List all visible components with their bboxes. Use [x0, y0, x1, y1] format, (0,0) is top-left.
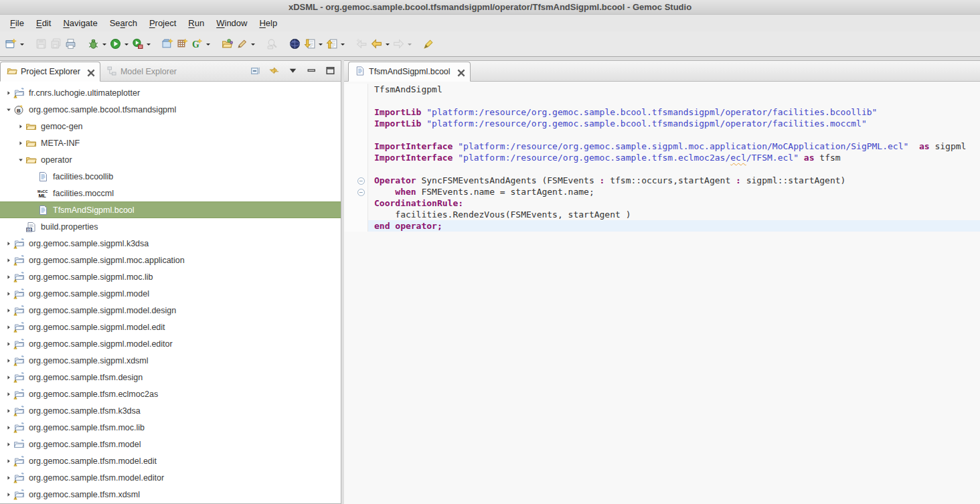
caret-right-icon[interactable] [4, 439, 13, 450]
caret-right-icon[interactable] [4, 322, 13, 333]
web-browser-button[interactable] [287, 35, 302, 53]
tree-item-org-gemoc-sample-sigpml-k3dsa[interactable]: org.gemoc.sample.sigpml.k3dsa [0, 235, 341, 252]
previous-annotation-button[interactable] [324, 35, 339, 53]
tree-item-org-gemoc-sample-sigpml-moc-application[interactable]: org.gemoc.sample.sigpml.moc.application [0, 252, 341, 268]
annotation-ruler-cell [344, 106, 355, 118]
tree-item-org-gemoc-sample-tfsm-model[interactable]: org.gemoc.sample.tfsm.model [0, 436, 341, 452]
tree-item-tfsmandsigpml-bcool[interactable]: TfsmAndSigpml.bcool [0, 201, 341, 218]
save-button[interactable] [33, 35, 48, 53]
caret-right-icon[interactable] [16, 121, 25, 132]
menu-item-help[interactable]: Help [253, 16, 283, 30]
tree-item-org-gemoc-sample-tfsm-k3dsa[interactable]: org.gemoc.sample.tfsm.k3dsa [0, 402, 341, 419]
save-all-button[interactable] [48, 35, 63, 53]
fold-collapse-icon[interactable]: − [357, 177, 365, 185]
back-button-dropdown[interactable] [384, 35, 391, 53]
new-diagram-button[interactable] [175, 35, 189, 53]
tree-item-gemoc-gen[interactable]: gemoc-gen [0, 118, 341, 135]
tree-item-org-gemoc-sample-tfsm-xdsml[interactable]: org.gemoc.sample.tfsm.xdsml [0, 486, 341, 503]
tree-item-org-gemoc-sample-sigpml-model-editor[interactable]: org.gemoc.sample.sigpml.model.editor [0, 335, 341, 352]
open-element-button[interactable] [220, 35, 234, 53]
tree-item-org-gemoc-sample-sigpml-xdsml[interactable]: org.gemoc.sample.sigpml.xdsml [0, 352, 341, 369]
menu-item-window[interactable]: Window [210, 16, 253, 30]
tree-item-label: org.gemoc.sample.sigpml.model.editor [29, 339, 173, 349]
link-with-editor-button[interactable] [268, 65, 280, 76]
tree-item-org-gemoc-sample-tfsm-moc-lib[interactable]: org.gemoc.sample.tfsm.moc.lib [0, 419, 341, 436]
collapse-all-button[interactable] [250, 65, 261, 76]
run-external-tools-button[interactable] [130, 35, 145, 53]
menu-item-run[interactable]: Run [182, 16, 210, 30]
tree-item-org-gemoc-sample-sigpml-model-design[interactable]: org.gemoc.sample.sigpml.model.design [0, 302, 341, 319]
maximize-button[interactable] [325, 65, 336, 76]
caret-right-icon[interactable] [4, 389, 13, 400]
print-button[interactable] [63, 35, 78, 53]
caret-right-icon[interactable] [4, 372, 13, 383]
previous-annotation-button-dropdown[interactable] [339, 35, 346, 53]
tree-item-fr-cnrs-luchogie-ultimateplotter[interactable]: fr.cnrs.luchogie.ultimateplotter [0, 84, 341, 101]
new-wizard-button-dropdown[interactable] [18, 35, 25, 53]
new-wizard-button[interactable] [3, 35, 18, 53]
menu-item-project[interactable]: Project [143, 16, 182, 30]
tree-item-org-gemoc-sample-sigpml-model[interactable]: org.gemoc.sample.sigpml.model [0, 285, 341, 302]
caret-right-icon[interactable] [4, 456, 13, 467]
search-button[interactable] [264, 35, 279, 53]
menu-item-file[interactable]: File [4, 16, 30, 30]
editor-tab-label: TfsmAndSigpml.bcool [369, 67, 451, 76]
tree-item-org-gemoc-sample-sigpml-model-edit[interactable]: org.gemoc.sample.sigpml.model.edit [0, 319, 341, 335]
next-annotation-button-dropdown[interactable] [317, 35, 324, 53]
caret-right-icon[interactable] [4, 355, 13, 366]
tree-item-org-gemoc-sample-tfsm-eclmoc2as[interactable]: org.gemoc.sample.tfsm.eclmoc2as [0, 386, 341, 402]
menu-item-navigate[interactable]: Navigate [57, 16, 103, 30]
new-gemoc-element-button[interactable]: G [189, 35, 204, 53]
tree-item-org-gemoc-sample-bcool-tfsmandsigpml[interactable]: Borg.gemoc.sample.bcool.tfsmandsigpml [0, 101, 341, 118]
tree-item-facilities-moccml[interactable]: MoCCMLfacilities.moccml [0, 185, 341, 201]
tree-item-meta-inf[interactable]: META-INF [0, 135, 341, 151]
new-gemoc-element-button-dropdown[interactable] [204, 35, 212, 53]
next-annotation-button[interactable] [302, 35, 317, 53]
caret-right-icon[interactable] [4, 473, 13, 483]
tree-item-org-gemoc-sample-tfsm-design[interactable]: org.gemoc.sample.tfsm.design [0, 369, 341, 386]
debug-button[interactable] [86, 35, 100, 53]
close-icon[interactable] [456, 68, 464, 76]
forward-button[interactable] [391, 35, 406, 53]
debug-button-dropdown[interactable] [100, 35, 108, 53]
caret-right-icon[interactable] [4, 88, 13, 98]
annotation-pen-button[interactable] [234, 35, 249, 53]
tree-item-org-gemoc-sample-tfsm-model-edit[interactable]: org.gemoc.sample.tfsm.model.edit [0, 452, 341, 469]
tab-model-explorer[interactable]: Model Explorer [100, 62, 183, 82]
code-editor[interactable]: TfsmAndSigpmlImportLib "platform:/resour… [344, 82, 980, 504]
caret-right-icon[interactable] [4, 406, 13, 416]
run-button[interactable] [108, 35, 122, 53]
run-button-dropdown[interactable] [122, 35, 130, 53]
minimize-button[interactable] [306, 65, 317, 76]
menu-item-edit[interactable]: Edit [30, 16, 57, 30]
caret-down-icon[interactable] [4, 104, 13, 115]
tree-item-facilities-bcoollib[interactable]: facilities.bcoollib [0, 168, 341, 185]
caret-right-icon[interactable] [4, 489, 13, 500]
caret-right-icon[interactable] [4, 339, 13, 349]
tree-item-org-gemoc-sample-sigpml-moc-lib[interactable]: org.gemoc.sample.sigpml.moc.lib [0, 268, 341, 285]
tab-project-explorer[interactable]: Project Explorer [0, 62, 100, 82]
tree-item-org-gemoc-sample-tfsm-model-editor[interactable]: org.gemoc.sample.tfsm.model.editor [0, 469, 341, 486]
tree-item-build-properties[interactable]: 010build.properties [0, 218, 341, 235]
editor-tab[interactable]: TfsmAndSigpml.bcool [348, 62, 471, 82]
annotation-pen-button-dropdown[interactable] [249, 35, 256, 53]
caret-right-icon[interactable] [4, 255, 13, 266]
caret-right-icon[interactable] [4, 288, 13, 299]
caret-right-icon[interactable] [16, 138, 25, 149]
caret-right-icon[interactable] [4, 305, 13, 316]
caret-right-icon[interactable] [4, 272, 13, 282]
view-menu-button[interactable] [287, 65, 299, 76]
caret-down-icon[interactable] [16, 155, 25, 165]
back-button[interactable] [369, 35, 384, 53]
fold-collapse-icon[interactable]: − [357, 189, 365, 196]
tree-item-operator[interactable]: operator [0, 151, 341, 168]
caret-right-icon[interactable] [4, 422, 13, 433]
menu-item-search[interactable]: Search [104, 16, 143, 30]
forward-button-dropdown[interactable] [406, 35, 413, 53]
pin-editor-button[interactable] [421, 35, 436, 53]
run-external-tools-button-dropdown[interactable] [145, 35, 152, 53]
last-edit-location-button[interactable] [354, 35, 369, 53]
caret-right-icon[interactable] [4, 238, 13, 249]
close-icon[interactable] [86, 68, 94, 76]
new-modeling-project-button[interactable] [160, 35, 175, 53]
